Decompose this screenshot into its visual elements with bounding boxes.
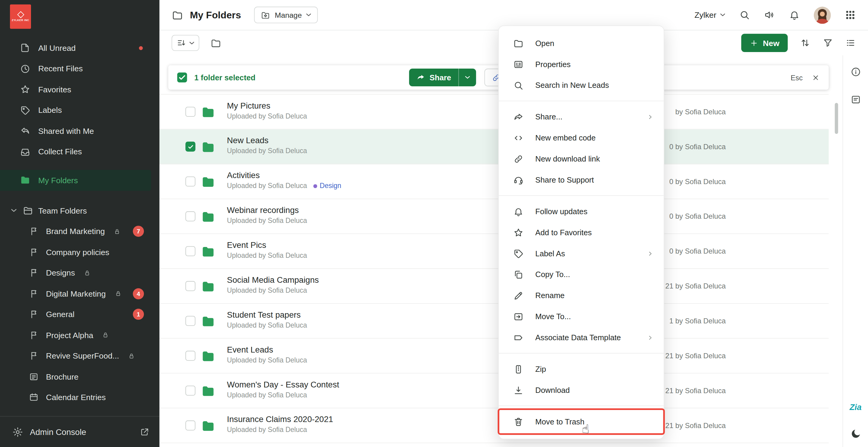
- menu-item-new-embed-code[interactable]: New embed code: [499, 127, 664, 148]
- team-folder-brochure[interactable]: Brochure: [0, 366, 159, 387]
- folder-name[interactable]: Insurance Claims 2020-2021: [227, 415, 333, 424]
- sidebar-item-my-folders[interactable]: My Folders: [0, 170, 151, 191]
- menu-item-open[interactable]: Open: [499, 33, 664, 54]
- row-checkbox[interactable]: [185, 142, 195, 152]
- folder-name[interactable]: Activities: [227, 170, 341, 180]
- menu-item-share-to-support[interactable]: Share to Support: [499, 169, 664, 190]
- menu-item-search-in-new-leads[interactable]: Search in New Leads: [499, 74, 664, 96]
- folder-row-event-pics[interactable]: Event PicsUploaded by Sofia Deluca0 by S…: [159, 234, 829, 269]
- team-folder-brand-marketing[interactable]: Brand Marketing7: [0, 221, 159, 242]
- folder-row-student-test-papers[interactable]: Student Test papersUploaded by Sofia Del…: [159, 304, 829, 339]
- external-link-icon[interactable]: [140, 427, 150, 437]
- account-menu[interactable]: Zylker: [694, 10, 725, 19]
- menu-item-add-to-favorites[interactable]: Add to Favorites: [499, 222, 664, 243]
- folder-view-icon[interactable]: [210, 37, 221, 49]
- plus-icon: [750, 38, 758, 47]
- folder-icon: [200, 314, 216, 329]
- avatar[interactable]: [814, 6, 831, 24]
- manage-button[interactable]: Manage: [254, 7, 318, 23]
- team-folder-calendar-entries[interactable]: Calendar Entries: [0, 387, 159, 408]
- menu-item-share[interactable]: Share...: [499, 106, 664, 127]
- sidebar-item-all-unread[interactable]: All Unread: [0, 38, 159, 58]
- info-icon[interactable]: [850, 66, 861, 77]
- menu-item-new-download-link[interactable]: New download link: [499, 148, 664, 169]
- team-folder-general[interactable]: General1: [0, 304, 159, 325]
- row-checkbox[interactable]: [185, 107, 195, 117]
- sidebar-item-label: Favorites: [38, 85, 71, 94]
- sidebar-item-labels[interactable]: Labels: [0, 100, 159, 121]
- folder-row-my-pictures[interactable]: My PicturesUploaded by Sofia Delucaby So…: [159, 95, 829, 130]
- chevron-right-icon: [647, 334, 654, 341]
- sidebar-item-shared-with-me[interactable]: Shared with Me: [0, 121, 159, 141]
- share-button-main[interactable]: Share: [409, 69, 459, 86]
- sort-order-icon[interactable]: [800, 38, 810, 48]
- close-icon[interactable]: [811, 73, 820, 82]
- announcement-icon[interactable]: [764, 9, 775, 21]
- menu-item-zip[interactable]: Zip: [499, 358, 664, 380]
- filter-icon[interactable]: [823, 38, 833, 48]
- row-checkbox[interactable]: [185, 212, 195, 221]
- search-icon[interactable]: [739, 9, 750, 21]
- folder-name[interactable]: Event Leads: [227, 345, 307, 354]
- team-folder-digital-marketing[interactable]: Digital Marketing4: [0, 283, 159, 304]
- row-checkbox[interactable]: [185, 281, 195, 291]
- menu-item-properties[interactable]: Properties: [499, 54, 664, 74]
- folder-row-new-leads[interactable]: New LeadsUploaded by Sofia Deluca0 by So…: [159, 129, 829, 164]
- apps-grid-icon[interactable]: [845, 9, 856, 21]
- sidebar-item-recent-files[interactable]: Recent Files: [0, 58, 159, 79]
- share-button[interactable]: Share: [409, 69, 476, 86]
- row-checkbox[interactable]: [185, 351, 195, 361]
- row-checkbox[interactable]: [185, 246, 195, 256]
- menu-item-associate-data-template[interactable]: Associate Data Template: [499, 327, 664, 348]
- row-checkbox[interactable]: [185, 420, 195, 430]
- menu-item-move-to-trash[interactable]: Move to Trash: [499, 411, 664, 432]
- row-modified: 0 by Sofia Deluca: [669, 247, 726, 255]
- menu-item-rename[interactable]: Rename: [499, 285, 664, 306]
- menu-item-download[interactable]: Download: [499, 380, 664, 401]
- folder-name[interactable]: Event Pics: [227, 240, 307, 249]
- team-folder-designs[interactable]: Designs: [0, 263, 159, 283]
- row-checkbox[interactable]: [185, 177, 195, 187]
- dark-mode-icon[interactable]: [850, 428, 861, 440]
- notifications-icon[interactable]: [789, 9, 800, 21]
- toolbar-right: New: [741, 34, 856, 52]
- zia-icon[interactable]: Zia: [850, 402, 862, 412]
- share-dropdown[interactable]: [459, 69, 476, 86]
- folder-name[interactable]: Women's Day - Essay Contest: [227, 380, 339, 389]
- team-folder-project-alpha[interactable]: Project Alpha: [0, 325, 159, 346]
- zylker-logo[interactable]: ZYLKER INC: [10, 4, 31, 29]
- menu-item-copy-to[interactable]: Copy To...: [499, 264, 664, 285]
- list-view-icon[interactable]: [845, 38, 856, 48]
- menu-item-label: Search in New Leads: [535, 81, 609, 90]
- team-folder-revive-superfood[interactable]: Revive SuperFood...: [0, 346, 159, 366]
- menu-item-move-to[interactable]: Move To...: [499, 306, 664, 327]
- folder-subtitle: Uploaded by Sofia Deluca: [227, 356, 307, 364]
- folder-name[interactable]: Student Test papers: [227, 310, 307, 319]
- folder-name[interactable]: Social Media Campaigns: [227, 275, 319, 284]
- row-checkbox[interactable]: [185, 316, 195, 326]
- folder-row-webinar-recordings[interactable]: Webinar recordingsUploaded by Sofia Delu…: [159, 199, 829, 234]
- scrollbar-thumb[interactable]: [835, 103, 838, 134]
- sidebar-item-favorites[interactable]: Favorites: [0, 79, 159, 100]
- details-panel-icon[interactable]: [850, 94, 861, 105]
- folder-row-event-leads[interactable]: Event LeadsUploaded by Sofia Deluca21 by…: [159, 339, 829, 374]
- admin-console-button[interactable]: Admin Console: [0, 416, 159, 447]
- selected-check-icon[interactable]: [177, 72, 187, 83]
- new-button[interactable]: New: [741, 34, 788, 52]
- team-folder-company-policies[interactable]: Company policies: [0, 242, 159, 263]
- folder-name[interactable]: New Leads: [227, 136, 307, 145]
- folder-row-women-s-day-essay-contest[interactable]: Women's Day - Essay ContestUploaded by S…: [159, 374, 829, 409]
- menu-item-label-as[interactable]: Label As: [499, 243, 664, 264]
- collapse-caret-icon[interactable]: [11, 209, 17, 212]
- folder-name[interactable]: Webinar recordings: [227, 205, 307, 215]
- view-sort-dropdown[interactable]: [172, 35, 199, 51]
- sidebar-item-collect-files[interactable]: Collect Files: [0, 141, 159, 162]
- folder-name[interactable]: My Pictures: [227, 101, 307, 110]
- folder-row-activities[interactable]: ActivitiesUploaded by Sofia DelucaDesign…: [159, 164, 829, 199]
- folder-row-social-media-campaigns[interactable]: Social Media CampaignsUploaded by Sofia …: [159, 269, 829, 304]
- folder-row-insurance-claims-2020-2021[interactable]: Insurance Claims 2020-2021Uploaded by So…: [159, 408, 829, 443]
- label-name[interactable]: Design: [320, 182, 341, 190]
- row-checkbox[interactable]: [185, 386, 195, 395]
- menu-item-follow-updates[interactable]: Follow updates: [499, 201, 664, 222]
- team-folders-header[interactable]: Team Folders: [0, 200, 159, 221]
